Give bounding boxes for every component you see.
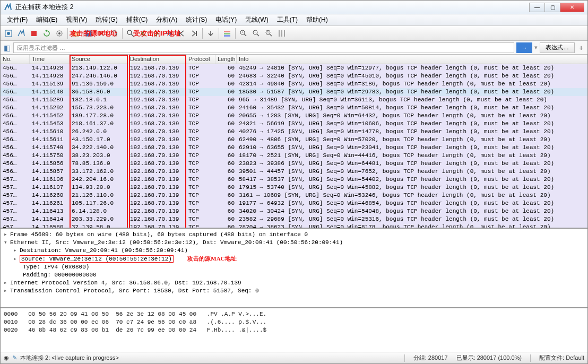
packet-row[interactable]: 456…14.115289182.18.0.1192.168.70.139TCP… xyxy=(1,96,587,104)
restart-capture-button[interactable] xyxy=(41,28,53,39)
close-button[interactable]: ✕ xyxy=(560,3,584,12)
packet-row[interactable]: 456…14.115292155.73.223.0192.168.70.139T… xyxy=(1,104,587,112)
colorize-button[interactable] xyxy=(221,28,233,39)
svg-text:+: + xyxy=(241,30,244,34)
packet-list-header[interactable]: No. Time Source Destination Protocol Len… xyxy=(1,55,587,64)
minimize-button[interactable]: — xyxy=(529,3,545,12)
packet-row[interactable]: 457…14.116414203.33.229.0192.168.70.139T… xyxy=(1,215,587,223)
hex-line[interactable]: 0000 00 50 56 20 09 41 00 50 56 2e 3e 12… xyxy=(4,310,584,318)
expand-icon[interactable]: ▸ xyxy=(13,247,20,255)
filter-toolbar: ◧ → ▾ 表达式… + xyxy=(1,41,587,55)
packet-row[interactable]: 456…14.11514036.158.86.0192.168.70.139TC… xyxy=(1,88,587,96)
packet-row[interactable]: 456…14.114928213.149.122.0192.168.70.139… xyxy=(1,64,587,72)
col-info[interactable]: Info xyxy=(237,55,587,64)
stop-capture-button[interactable] xyxy=(28,28,40,39)
packet-row[interactable]: 456…14.11575038.23.203.0192.168.70.139TC… xyxy=(1,152,587,160)
menu-item[interactable]: 工具(T) xyxy=(273,14,302,26)
annotation-src-mac: 攻击的源MAC地址 xyxy=(187,255,236,262)
expand-icon[interactable]: ▸ xyxy=(4,231,10,239)
svg-line-19 xyxy=(257,34,259,36)
zoom-in-button[interactable]: + xyxy=(238,28,249,39)
eth-source[interactable]: Source: Vmware_2e:3e:12 (00:50:56:2e:3e:… xyxy=(20,255,174,263)
packet-row[interactable]: 457…14.11658032.139.58.0192.168.70.139TC… xyxy=(1,223,587,229)
edit-icon[interactable]: ✎ xyxy=(12,354,17,361)
frame-summary[interactable]: Frame 45689: 60 bytes on wire (480 bits)… xyxy=(10,231,308,238)
col-source[interactable]: Source xyxy=(70,55,128,64)
zoom-out-button[interactable]: − xyxy=(250,28,262,39)
packet-row[interactable]: 456…14.11561143.150.17.0192.168.70.139TC… xyxy=(1,136,587,144)
resize-columns-button[interactable] xyxy=(276,28,288,39)
svg-rect-13 xyxy=(224,35,230,37)
svg-line-22 xyxy=(270,34,272,36)
packet-row[interactable]: 456…14.11585733.172.162.0192.168.70.139T… xyxy=(1,168,587,176)
annotation-src-ip: 攻击的源IP地址 xyxy=(70,29,117,38)
menu-item[interactable]: 无线(W) xyxy=(241,14,272,26)
svg-point-4 xyxy=(58,32,60,34)
hex-line[interactable]: 0020 46 8b 48 62 c9 83 00 b1 de 26 7c 99… xyxy=(4,326,584,334)
tcp-summary[interactable]: Transmission Control Protocol, Src Port:… xyxy=(10,288,259,294)
display-filter-input[interactable] xyxy=(13,42,514,53)
col-protocol[interactable]: Protocol xyxy=(186,55,215,64)
col-length[interactable]: Length xyxy=(215,55,237,64)
menu-item[interactable]: 视图(V) xyxy=(62,14,91,26)
packet-row[interactable]: 456…14.11585678.85.136.0192.168.70.139TC… xyxy=(1,160,587,168)
expand-icon[interactable]: ▸ xyxy=(13,255,20,263)
packet-list-pane: No. Time Source Destination Protocol Len… xyxy=(1,55,587,229)
packet-row[interactable]: 457…14.11626021.126.110.0192.168.70.139T… xyxy=(1,192,587,200)
packet-details-pane[interactable]: ▸Frame 45689: 60 bytes on wire (480 bits… xyxy=(1,229,587,308)
menu-item[interactable]: 统计(S) xyxy=(181,14,211,26)
zoom-reset-button[interactable]: 1 xyxy=(263,28,275,39)
go-last-button[interactable] xyxy=(188,28,200,39)
menu-item[interactable]: 电话(Y) xyxy=(211,14,241,26)
add-filter-button[interactable]: + xyxy=(577,44,585,52)
packet-row[interactable]: 456…14.115452189.177.28.0192.168.70.139T… xyxy=(1,112,587,120)
col-time[interactable]: Time xyxy=(30,55,70,64)
menu-item[interactable]: 分析(A) xyxy=(152,14,181,26)
ip-summary[interactable]: Internet Protocol Version 4, Src: 36.158… xyxy=(10,280,241,286)
statusbar: ◉ ✎ 本地连接 2: <live capture in progress> 分… xyxy=(1,352,587,363)
eth-destination[interactable]: Destination: Vmware_20:09:41 (00:50:56:2… xyxy=(20,247,188,254)
bookmark-icon[interactable]: ◧ xyxy=(3,42,11,54)
expand-icon[interactable]: ▸ xyxy=(4,287,10,295)
start-capture-button[interactable] xyxy=(15,28,27,39)
packet-row[interactable]: 457…14.116107134.93.20.0192.168.70.139TC… xyxy=(1,184,587,192)
col-destination[interactable]: Destination xyxy=(128,55,186,64)
toolbar: + − 1 攻击的源IP地址 受攻击的IP地址 xyxy=(1,26,587,41)
col-no[interactable]: No. xyxy=(1,55,30,64)
app-icon xyxy=(4,3,12,12)
packet-row[interactable]: 456…14.114928247.246.146.0192.168.70.139… xyxy=(1,72,587,80)
packet-row[interactable]: 457…14.116261105.117.26.0192.168.70.139T… xyxy=(1,200,587,207)
menu-item[interactable]: 捕获(C) xyxy=(122,14,152,26)
menu-item[interactable]: 帮助(H) xyxy=(302,14,332,26)
capture-options-button[interactable] xyxy=(54,28,65,39)
apply-filter-button[interactable]: → xyxy=(516,42,532,53)
packet-bytes-pane[interactable]: 0000 00 50 56 20 09 41 00 50 56 2e 3e 12… xyxy=(1,308,587,352)
ethernet-summary[interactable]: Ethernet II, Src: Vmware_2e:3e:12 (00:50… xyxy=(10,239,343,246)
packet-row[interactable]: 456…14.11513991.136.159.0192.168.70.139T… xyxy=(1,80,587,88)
svg-rect-11 xyxy=(224,31,230,32)
menubar: 文件(F)编辑(E)视图(V)跳转(G)捕获(C)分析(A)统计(S)电话(Y)… xyxy=(1,14,587,26)
packet-row[interactable]: 457…14.116106242.204.16.0192.168.70.139T… xyxy=(1,176,587,184)
expression-button[interactable]: 表达式… xyxy=(540,42,575,53)
eth-type[interactable]: Type: IPv4 (0x0800) xyxy=(23,264,89,270)
maximize-button[interactable]: ▢ xyxy=(544,3,560,12)
status-profile[interactable]: 配置文件: Default xyxy=(539,354,584,362)
annotation-dst-ip: 受攻击的IP地址 xyxy=(133,29,181,38)
expand-icon[interactable]: ▸ xyxy=(4,279,10,287)
hex-line[interactable]: 0010 00 28 dc 36 00 00 ec 06 70 c7 24 9e… xyxy=(4,318,584,326)
window-title: 正在捕获 本地连接 2 xyxy=(15,3,530,12)
expand-icon[interactable]: ▾ xyxy=(4,239,10,247)
menu-item[interactable]: 文件(F) xyxy=(3,14,32,26)
menu-item[interactable]: 编辑(E) xyxy=(32,14,62,26)
eth-padding[interactable]: Padding: 000000000000 xyxy=(23,272,97,278)
auto-scroll-button[interactable] xyxy=(205,28,217,39)
packet-row[interactable]: 456…14.11561026.242.0.0192.168.70.139TCP… xyxy=(1,128,587,136)
svg-text:−: − xyxy=(254,30,256,34)
interfaces-button[interactable] xyxy=(3,28,14,39)
packet-row[interactable]: 456…14.115453218.161.37.0192.168.70.139T… xyxy=(1,120,587,128)
stop-indicator-icon[interactable]: ◉ xyxy=(4,354,9,361)
packet-row[interactable]: 456…14.11574934.222.140.0192.168.70.139T… xyxy=(1,144,587,152)
svg-rect-2 xyxy=(31,31,37,36)
menu-item[interactable]: 跳转(G) xyxy=(91,14,122,26)
packet-row[interactable]: 457…14.1164136.14.128.0192.168.70.139TCP… xyxy=(1,207,587,215)
